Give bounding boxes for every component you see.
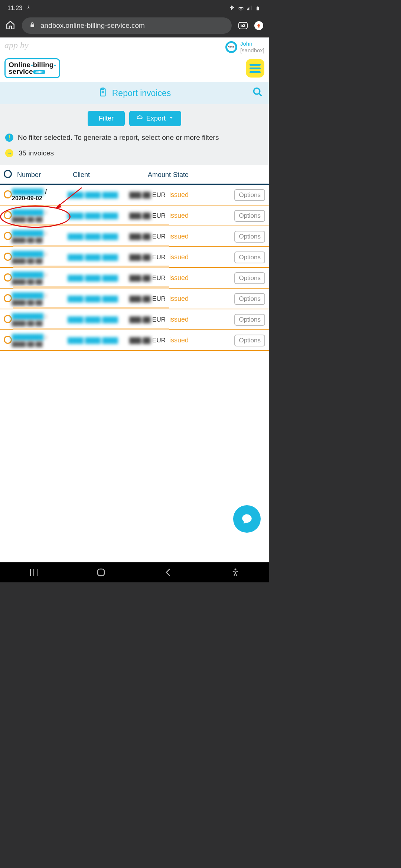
row-radio[interactable] xyxy=(4,232,12,240)
home-button[interactable] xyxy=(96,567,106,578)
avatar-icon: 👓 xyxy=(225,41,237,53)
row-state: issued xyxy=(168,274,201,282)
row-state: issued xyxy=(168,316,201,323)
row-number: ████████ /████-██-██ xyxy=(12,313,68,326)
home-icon[interactable] xyxy=(6,20,15,31)
user-menu[interactable]: 👓 John [sandbox] xyxy=(225,40,264,54)
url-bar[interactable]: andbox.online-billing-service.com xyxy=(22,17,232,34)
row-radio[interactable] xyxy=(4,336,12,344)
row-number: ████████ /████-██-██ xyxy=(12,209,68,223)
col-client[interactable]: Client xyxy=(73,171,132,179)
options-button[interactable]: Options xyxy=(234,314,265,326)
row-number: ████████ /2020-09-02 xyxy=(12,188,68,202)
menu-button[interactable] xyxy=(246,59,264,78)
row-radio[interactable] xyxy=(4,273,12,282)
svg-rect-2 xyxy=(248,8,249,10)
table-header: Number Client Amount State xyxy=(0,165,269,185)
clipboard-icon xyxy=(98,87,108,99)
row-number: ████████ /████-██-██ xyxy=(12,272,68,285)
row-client: ████ ████ ████ xyxy=(68,192,127,198)
row-radio[interactable] xyxy=(4,253,12,261)
row-number: ████████ /████-██-██ xyxy=(12,251,68,264)
table-row[interactable]: ████████ /████-██-██ ████ ████ ████ ███.… xyxy=(0,289,269,309)
options-button[interactable]: Options xyxy=(234,210,265,222)
accessibility-button[interactable] xyxy=(230,567,241,578)
search-icon[interactable] xyxy=(252,87,263,99)
table-row[interactable]: ████████ /████-██-██ ████ ████ ████ ███.… xyxy=(0,247,269,268)
clock: 11:23 xyxy=(7,5,22,11)
recent-apps-button[interactable] xyxy=(29,567,39,578)
svg-point-12 xyxy=(254,88,260,94)
row-state: issued xyxy=(168,212,201,220)
lock-icon xyxy=(29,22,35,30)
row-state: issued xyxy=(168,233,201,240)
chevron-down-icon xyxy=(169,115,174,122)
select-all-radio[interactable] xyxy=(4,170,12,178)
row-radio[interactable] xyxy=(4,315,12,323)
row-client: ████ ████ ████ xyxy=(68,316,127,323)
col-amount[interactable]: Amount xyxy=(132,171,173,179)
invoice-count: 35 invoices xyxy=(19,149,54,157)
row-state: issued xyxy=(168,336,201,344)
svg-point-0 xyxy=(28,6,29,6)
row-state: issued xyxy=(168,191,201,199)
options-button[interactable]: Options xyxy=(234,251,265,263)
options-button[interactable]: Options xyxy=(234,189,265,201)
options-button[interactable]: Options xyxy=(234,293,265,305)
svg-rect-4 xyxy=(251,6,251,10)
page-title-bar: Report invoices xyxy=(0,82,269,104)
row-number: ████████ /████-██-██ xyxy=(12,334,68,347)
row-radio[interactable] xyxy=(4,294,12,302)
export-button[interactable]: Export xyxy=(129,111,181,126)
svg-line-13 xyxy=(259,93,262,96)
url-text: andbox.online-billing-service.com xyxy=(40,22,145,30)
svg-rect-5 xyxy=(257,7,259,10)
table-row[interactable]: ████████ /████-██-██ ████ ████ ████ ███.… xyxy=(0,309,269,330)
info-text: No filter selected. To generate a report… xyxy=(18,133,219,142)
row-radio[interactable] xyxy=(4,211,12,219)
tab-count-badge[interactable]: 53 xyxy=(238,22,248,29)
svg-rect-7 xyxy=(30,24,34,27)
appby-label: app by xyxy=(4,40,29,50)
col-state[interactable]: State xyxy=(173,171,206,179)
page-title: Report invoices xyxy=(112,88,171,98)
brand-logo[interactable]: Online-billing- service.com xyxy=(4,58,60,78)
info-icon: ! xyxy=(5,134,13,142)
table-row[interactable]: ████████ /████-██-██ ████ ████ ████ ███.… xyxy=(0,226,269,247)
table-row[interactable]: ████████ /████-██-██ ████ ████ ████ ███.… xyxy=(0,268,269,289)
row-amount: ███.██ EUR xyxy=(127,233,168,240)
svg-point-20 xyxy=(234,569,236,571)
android-nav-bar xyxy=(0,562,269,582)
row-amount: ███.██ EUR xyxy=(127,254,168,261)
col-number[interactable]: Number xyxy=(17,171,73,179)
options-button[interactable]: Options xyxy=(234,335,265,346)
running-icon xyxy=(26,5,32,11)
options-button[interactable]: Options xyxy=(234,272,265,284)
svg-rect-1 xyxy=(247,9,248,10)
row-state: issued xyxy=(168,253,201,261)
table-row[interactable]: ████████ /████-██-██ ████ ████ ████ ███.… xyxy=(0,206,269,226)
filters-area: Filter Export ! No filter selected. To g… xyxy=(0,104,269,165)
browser-bar: andbox.online-billing-service.com 53 xyxy=(0,13,269,37)
svg-rect-6 xyxy=(257,7,258,7)
row-client: ████ ████ ████ xyxy=(68,233,127,240)
row-number: ████████ /████-██-██ xyxy=(12,230,68,243)
row-radio[interactable] xyxy=(4,190,12,198)
row-amount: ███.██ EUR xyxy=(127,191,168,199)
filter-button[interactable]: Filter xyxy=(88,111,125,126)
options-button[interactable]: Options xyxy=(234,231,265,243)
row-amount: ███.██ EUR xyxy=(127,316,168,323)
signal-icon xyxy=(247,5,252,11)
chat-fab[interactable] xyxy=(233,505,261,533)
table-row[interactable]: ████████ /████-██-██ ████ ████ ████ ███.… xyxy=(0,330,269,351)
back-button[interactable] xyxy=(163,567,173,578)
row-client: ████ ████ ████ xyxy=(68,337,127,343)
row-amount: ███.██ EUR xyxy=(127,274,168,282)
user-name: John xyxy=(240,40,264,47)
table-row[interactable]: ████████ /2020-09-02 ████ ████ ████ ███.… xyxy=(0,185,269,206)
row-client: ████ ████ ████ xyxy=(68,213,127,219)
svg-rect-3 xyxy=(250,7,250,10)
row-number: ████████ /████-██-██ xyxy=(12,292,68,306)
row-state: issued xyxy=(168,295,201,303)
update-badge[interactable] xyxy=(254,21,263,30)
